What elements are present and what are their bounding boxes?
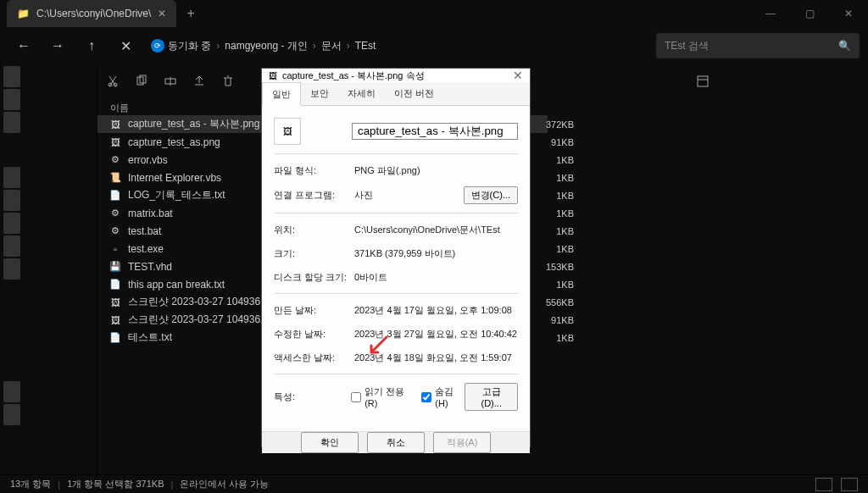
tab-title: C:\Users\conyi\OneDrive\ — [36, 8, 151, 19]
up-button[interactable]: ↑ — [76, 30, 107, 61]
selection-status: 1개 항목 선택함 371KB — [67, 478, 164, 490]
sync-icon: ⟳ — [151, 39, 164, 53]
text-icon: 📄 — [109, 332, 121, 344]
created-label: 만든 날짜: — [274, 304, 354, 317]
dialog-title: capture_test_as - 복사본.png 속성 — [282, 69, 425, 82]
properties-dialog: 🖼 capture_test_as - 복사본.png 속성 ✕ 일반 보안 자… — [261, 68, 531, 447]
script-icon: ⚙ — [109, 154, 121, 166]
ok-button[interactable]: 확인 — [301, 432, 359, 453]
image-icon: 🖼 — [109, 296, 121, 308]
openswith-value: 사진 — [354, 189, 464, 202]
tab-details[interactable]: 자세히 — [338, 82, 385, 105]
copy-button[interactable] — [135, 75, 148, 88]
filetype-value: PNG 파일(.png) — [354, 164, 518, 177]
tab-security[interactable]: 보안 — [301, 82, 338, 105]
tab-versions[interactable]: 이전 버전 — [385, 82, 443, 105]
accessed-value: 2023년 4월 18일 화요일, 오전 1:59:07 — [354, 352, 518, 364]
disksize-value: 0바이트 — [354, 271, 518, 284]
new-tab-button[interactable]: + — [176, 6, 204, 21]
readonly-checkbox[interactable]: 읽기 전용(R) — [351, 385, 415, 408]
titlebar: 📁 C:\Users\conyi\OneDrive\ ✕ + — ▢ ✕ — [0, 0, 868, 27]
filetype-label: 파일 형식: — [274, 164, 354, 177]
sidebar-thumb[interactable] — [3, 213, 20, 234]
cut-button[interactable] — [106, 75, 120, 88]
sidebar — [0, 64, 97, 474]
dialog-tabs: 일반 보안 자세히 이전 버전 — [262, 82, 530, 106]
created-value: 2023년 4월 17일 월요일, 오후 1:09:08 — [354, 304, 518, 317]
sidebar-thumb[interactable] — [3, 112, 20, 133]
dialog-titlebar: 🖼 capture_test_as - 복사본.png 속성 ✕ — [262, 69, 530, 82]
openswith-label: 연결 프로그램: — [274, 189, 354, 202]
modified-label: 수정한 날짜: — [274, 328, 354, 341]
dialog-close-button[interactable]: ✕ — [513, 69, 523, 82]
navbar: ← → ↑ ✕ ⟳ 동기화 중 › namgyeong - 개인 › 문서 › … — [0, 27, 868, 64]
tab-general[interactable]: 일반 — [262, 82, 301, 106]
image-icon: 🖼 — [109, 314, 121, 326]
sidebar-thumb[interactable] — [3, 258, 20, 280]
file-type-icon: 🖼 — [274, 118, 301, 145]
image-icon: 🖼 — [109, 136, 121, 148]
close-tab-icon[interactable]: ✕ — [158, 8, 166, 19]
hidden-checkbox[interactable]: 숨김(H) — [421, 385, 465, 408]
svg-rect-3 — [698, 76, 708, 86]
sidebar-thumb[interactable] — [3, 190, 20, 211]
forward-button[interactable]: → — [42, 30, 73, 61]
sidebar-thumb[interactable] — [3, 66, 20, 87]
apply-button[interactable]: 적용(A) — [433, 432, 491, 453]
accessed-label: 액세스한 날짜: — [274, 352, 354, 364]
close-button[interactable]: ✕ — [829, 0, 868, 27]
breadcrumb-item[interactable]: TEst — [355, 40, 376, 52]
breadcrumb: ⟳ 동기화 중 › namgyeong - 개인 › 문서 › TEst — [151, 39, 653, 53]
location-label: 위치: — [274, 224, 354, 236]
online-status: 온라인에서 사용 가능 — [180, 478, 269, 490]
modified-value: 2023년 3월 27일 월요일, 오전 10:40:42 — [354, 328, 518, 341]
script-icon: 📜 — [109, 172, 121, 184]
minimize-button[interactable]: — — [751, 0, 790, 27]
breadcrumb-item[interactable]: 문서 — [321, 39, 342, 53]
text-icon: 📄 — [109, 279, 121, 291]
batch-icon: ⚙ — [109, 225, 121, 237]
back-button[interactable]: ← — [8, 30, 39, 61]
cancel-button[interactable]: 취소 — [367, 432, 425, 453]
window-tab[interactable]: 📁 C:\Users\conyi\OneDrive\ ✕ — [7, 0, 176, 27]
size-column: 372KB 91KB 1KB 1KB 1KB 1KB 1KB 1KB 153KB… — [537, 115, 574, 346]
maximize-button[interactable]: ▢ — [790, 0, 829, 27]
status-bar: 13개 항목 | 1개 항목 선택함 371KB | 온라인에서 사용 가능 — [0, 474, 868, 493]
sidebar-thumb[interactable] — [3, 404, 20, 425]
text-icon: 📄 — [109, 190, 121, 202]
exe-icon: ▫ — [109, 243, 121, 255]
folder-icon: 📁 — [17, 8, 30, 19]
breadcrumb-item[interactable]: namgyeong - 개인 — [225, 39, 307, 53]
sidebar-thumb[interactable] — [3, 89, 20, 110]
view-list-button[interactable] — [815, 478, 832, 491]
refresh-button[interactable]: ✕ — [110, 30, 141, 61]
search-input[interactable]: TEst 검색 🔍 — [656, 33, 860, 58]
item-count: 13개 항목 — [10, 478, 51, 490]
delete-button[interactable] — [221, 75, 235, 88]
size-value: 371KB (379,959 바이트) — [354, 247, 518, 260]
image-icon: 🖼 — [269, 71, 277, 80]
location-value: C:\Users\conyi\OneDrive\문서\TEst — [354, 224, 518, 236]
dialog-body: 🖼 파일 형식:PNG 파일(.png) 연결 프로그램:사진변경(C)... … — [262, 106, 530, 431]
change-button[interactable]: 변경(C)... — [464, 186, 518, 204]
size-label: 크기: — [274, 247, 354, 260]
rename-button[interactable] — [164, 75, 177, 88]
sidebar-thumb[interactable] — [3, 235, 20, 257]
sync-status: ⟳ 동기화 중 — [151, 39, 211, 53]
disksize-label: 디스크 할당 크기: — [274, 271, 354, 284]
advanced-button[interactable]: 고급(D)... — [465, 383, 518, 411]
sidebar-thumb[interactable] — [3, 381, 20, 402]
batch-icon: ⚙ — [109, 208, 121, 219]
dialog-footer: 확인 취소 적용(A) — [262, 431, 530, 453]
column-header-name[interactable]: 이름 — [110, 102, 129, 114]
view-grid-button[interactable] — [841, 478, 858, 491]
filename-input[interactable] — [352, 123, 518, 140]
search-icon: 🔍 — [838, 40, 851, 52]
share-button[interactable] — [192, 75, 206, 88]
disk-icon: 💾 — [109, 261, 121, 273]
sidebar-thumb[interactable] — [3, 167, 20, 188]
image-icon: 🖼 — [109, 119, 121, 130]
attributes-label: 특성: — [274, 391, 351, 403]
